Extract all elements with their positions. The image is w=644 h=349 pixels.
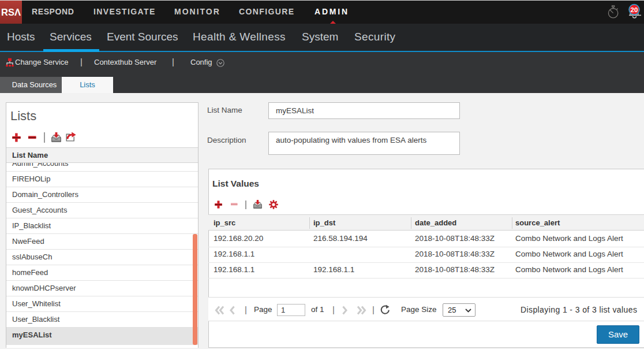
svg-text:20: 20	[631, 6, 638, 13]
